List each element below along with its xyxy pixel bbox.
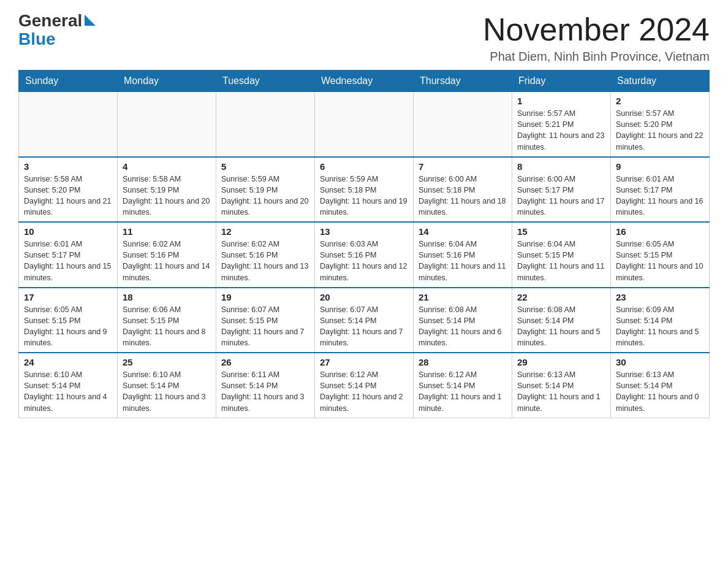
day-info: Sunrise: 6:13 AM Sunset: 5:14 PM Dayligh…	[616, 369, 704, 414]
calendar-cell: 8Sunrise: 6:00 AM Sunset: 5:17 PM Daylig…	[512, 157, 611, 223]
calendar-cell: 11Sunrise: 6:02 AM Sunset: 5:16 PM Dayli…	[118, 222, 216, 288]
day-number: 17	[24, 292, 112, 302]
day-info: Sunrise: 6:05 AM Sunset: 5:15 PM Dayligh…	[616, 239, 704, 283]
day-info: Sunrise: 5:57 AM Sunset: 5:21 PM Dayligh…	[517, 108, 605, 153]
day-info: Sunrise: 6:13 AM Sunset: 5:14 PM Dayligh…	[517, 369, 605, 414]
day-info: Sunrise: 6:12 AM Sunset: 5:14 PM Dayligh…	[320, 369, 408, 414]
day-info: Sunrise: 6:06 AM Sunset: 5:15 PM Dayligh…	[123, 304, 211, 349]
location-subtitle: Phat Diem, Ninh Binh Province, Vietnam	[483, 50, 710, 64]
day-info: Sunrise: 6:04 AM Sunset: 5:15 PM Dayligh…	[517, 239, 605, 283]
calendar-cell: 27Sunrise: 6:12 AM Sunset: 5:14 PM Dayli…	[315, 353, 414, 418]
calendar-week-row: 24Sunrise: 6:10 AM Sunset: 5:14 PM Dayli…	[19, 353, 710, 418]
calendar-cell: 21Sunrise: 6:08 AM Sunset: 5:14 PM Dayli…	[414, 288, 512, 353]
day-number: 28	[419, 357, 507, 367]
logo-triangle-icon	[85, 15, 96, 26]
calendar-cell	[118, 92, 216, 157]
title-block: November 2024 Phat Diem, Ninh Binh Provi…	[483, 12, 710, 64]
day-number: 30	[616, 357, 704, 367]
day-info: Sunrise: 5:59 AM Sunset: 5:19 PM Dayligh…	[221, 174, 309, 218]
day-number: 19	[221, 292, 309, 302]
day-number: 14	[419, 226, 507, 237]
day-number: 27	[320, 357, 408, 367]
day-number: 25	[123, 357, 211, 367]
day-info: Sunrise: 5:57 AM Sunset: 5:20 PM Dayligh…	[616, 108, 704, 153]
calendar-cell: 2Sunrise: 5:57 AM Sunset: 5:20 PM Daylig…	[611, 92, 710, 157]
weekday-header: Thursday	[414, 71, 512, 92]
day-info: Sunrise: 6:09 AM Sunset: 5:14 PM Dayligh…	[616, 304, 704, 349]
weekday-header: Wednesday	[315, 71, 414, 92]
day-number: 6	[320, 161, 408, 172]
day-number: 21	[419, 292, 507, 302]
day-info: Sunrise: 6:03 AM Sunset: 5:16 PM Dayligh…	[320, 239, 408, 283]
day-info: Sunrise: 6:07 AM Sunset: 5:15 PM Dayligh…	[221, 304, 309, 349]
day-number: 9	[616, 161, 704, 172]
day-number: 7	[419, 161, 507, 172]
calendar-table: SundayMondayTuesdayWednesdayThursdayFrid…	[18, 70, 710, 418]
day-number: 10	[24, 226, 112, 237]
logo-blue-text: Blue	[18, 29, 56, 49]
month-title: November 2024	[483, 12, 710, 47]
weekday-header: Monday	[118, 71, 216, 92]
calendar-cell: 12Sunrise: 6:02 AM Sunset: 5:16 PM Dayli…	[216, 222, 315, 288]
day-number: 13	[320, 226, 408, 237]
calendar-cell: 7Sunrise: 6:00 AM Sunset: 5:18 PM Daylig…	[414, 157, 512, 223]
svg-marker-0	[85, 15, 96, 26]
calendar-cell: 26Sunrise: 6:11 AM Sunset: 5:14 PM Dayli…	[216, 353, 315, 418]
day-info: Sunrise: 6:00 AM Sunset: 5:17 PM Dayligh…	[517, 174, 605, 218]
day-info: Sunrise: 6:08 AM Sunset: 5:14 PM Dayligh…	[419, 304, 507, 349]
weekday-header-row: SundayMondayTuesdayWednesdayThursdayFrid…	[19, 71, 710, 92]
day-number: 15	[517, 226, 605, 237]
calendar-cell: 3Sunrise: 5:58 AM Sunset: 5:20 PM Daylig…	[19, 157, 118, 223]
day-info: Sunrise: 6:11 AM Sunset: 5:14 PM Dayligh…	[221, 369, 309, 414]
day-number: 4	[123, 161, 211, 172]
calendar-cell: 20Sunrise: 6:07 AM Sunset: 5:14 PM Dayli…	[315, 288, 414, 353]
calendar-cell: 24Sunrise: 6:10 AM Sunset: 5:14 PM Dayli…	[19, 353, 118, 418]
day-number: 12	[221, 226, 309, 237]
logo: General Blue	[18, 12, 96, 49]
day-info: Sunrise: 6:02 AM Sunset: 5:16 PM Dayligh…	[221, 239, 309, 283]
calendar-cell	[19, 92, 118, 157]
calendar-cell: 17Sunrise: 6:05 AM Sunset: 5:15 PM Dayli…	[19, 288, 118, 353]
calendar-cell: 10Sunrise: 6:01 AM Sunset: 5:17 PM Dayli…	[19, 222, 118, 288]
day-info: Sunrise: 6:01 AM Sunset: 5:17 PM Dayligh…	[616, 174, 704, 218]
day-number: 8	[517, 161, 605, 172]
calendar-cell: 30Sunrise: 6:13 AM Sunset: 5:14 PM Dayli…	[611, 353, 710, 418]
calendar-cell: 1Sunrise: 5:57 AM Sunset: 5:21 PM Daylig…	[512, 92, 611, 157]
calendar-cell: 15Sunrise: 6:04 AM Sunset: 5:15 PM Dayli…	[512, 222, 611, 288]
calendar-cell: 16Sunrise: 6:05 AM Sunset: 5:15 PM Dayli…	[611, 222, 710, 288]
calendar-cell: 5Sunrise: 5:59 AM Sunset: 5:19 PM Daylig…	[216, 157, 315, 223]
day-info: Sunrise: 6:10 AM Sunset: 5:14 PM Dayligh…	[24, 369, 112, 414]
day-info: Sunrise: 6:01 AM Sunset: 5:17 PM Dayligh…	[24, 239, 112, 283]
calendar-cell: 14Sunrise: 6:04 AM Sunset: 5:16 PM Dayli…	[414, 222, 512, 288]
calendar-cell: 28Sunrise: 6:12 AM Sunset: 5:14 PM Dayli…	[414, 353, 512, 418]
weekday-header: Sunday	[19, 71, 118, 92]
day-number: 11	[123, 226, 211, 237]
calendar-cell: 4Sunrise: 5:58 AM Sunset: 5:19 PM Daylig…	[118, 157, 216, 223]
day-number: 23	[616, 292, 704, 302]
day-number: 26	[221, 357, 309, 367]
calendar-cell	[216, 92, 315, 157]
day-number: 1	[517, 96, 605, 106]
weekday-header: Saturday	[611, 71, 710, 92]
day-info: Sunrise: 6:07 AM Sunset: 5:14 PM Dayligh…	[320, 304, 408, 349]
day-info: Sunrise: 5:58 AM Sunset: 5:19 PM Dayligh…	[123, 174, 211, 218]
calendar-cell	[414, 92, 512, 157]
weekday-header: Friday	[512, 71, 611, 92]
logo-general-text: General	[18, 12, 82, 29]
day-number: 3	[24, 161, 112, 172]
calendar-cell: 22Sunrise: 6:08 AM Sunset: 5:14 PM Dayli…	[512, 288, 611, 353]
day-info: Sunrise: 6:04 AM Sunset: 5:16 PM Dayligh…	[419, 239, 507, 283]
calendar-cell: 9Sunrise: 6:01 AM Sunset: 5:17 PM Daylig…	[611, 157, 710, 223]
calendar-cell: 25Sunrise: 6:10 AM Sunset: 5:14 PM Dayli…	[118, 353, 216, 418]
calendar-cell	[315, 92, 414, 157]
day-info: Sunrise: 5:58 AM Sunset: 5:20 PM Dayligh…	[24, 174, 112, 218]
calendar-week-row: 10Sunrise: 6:01 AM Sunset: 5:17 PM Dayli…	[19, 222, 710, 288]
day-info: Sunrise: 6:00 AM Sunset: 5:18 PM Dayligh…	[419, 174, 507, 218]
day-number: 24	[24, 357, 112, 367]
calendar-cell: 13Sunrise: 6:03 AM Sunset: 5:16 PM Dayli…	[315, 222, 414, 288]
calendar-week-row: 3Sunrise: 5:58 AM Sunset: 5:20 PM Daylig…	[19, 157, 710, 223]
weekday-header: Tuesday	[216, 71, 315, 92]
day-number: 20	[320, 292, 408, 302]
day-number: 29	[517, 357, 605, 367]
calendar-week-row: 1Sunrise: 5:57 AM Sunset: 5:21 PM Daylig…	[19, 92, 710, 157]
